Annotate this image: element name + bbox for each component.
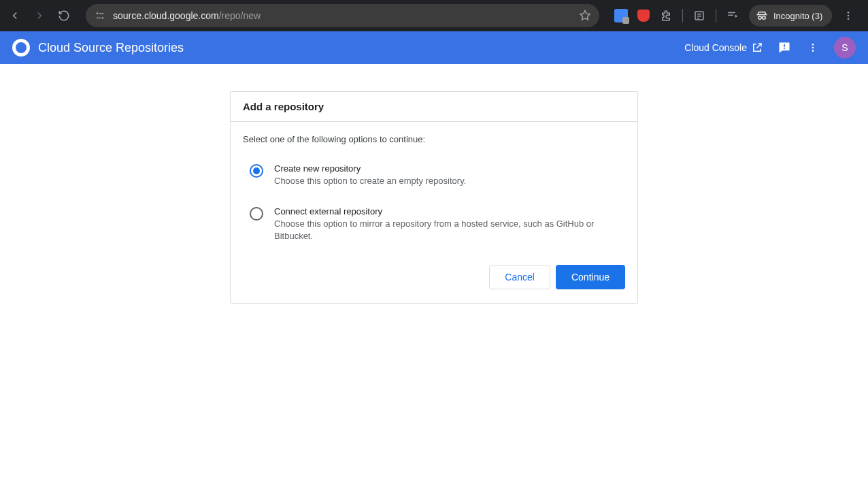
svg-rect-1 xyxy=(99,13,104,14)
option-connect-external[interactable]: Connect external repository Choose this … xyxy=(243,206,625,242)
open-in-new-icon xyxy=(751,42,763,54)
app-logo-icon[interactable] xyxy=(12,39,30,57)
option-title: Create new repository xyxy=(274,163,466,174)
browser-chrome: source.cloud.google.com/repo/new Incogni… xyxy=(0,0,868,31)
option-text: Create new repository Choose this option… xyxy=(274,163,480,187)
avatar-initial: S xyxy=(841,42,848,53)
svg-rect-17 xyxy=(784,44,785,47)
option-desc: Choose this option to create an empty re… xyxy=(274,175,466,187)
more-menu-icon[interactable] xyxy=(805,40,820,55)
svg-point-15 xyxy=(848,15,850,17)
radio-unselected-icon[interactable] xyxy=(250,207,263,221)
main-content: Add a repository Select one of the follo… xyxy=(0,64,868,304)
svg-point-2 xyxy=(102,17,104,19)
radio-selected-icon[interactable] xyxy=(250,164,263,178)
forward-button[interactable] xyxy=(30,6,49,25)
svg-rect-18 xyxy=(784,48,785,49)
cloud-console-link[interactable]: Cloud Console xyxy=(684,42,763,54)
extensions-icon[interactable] xyxy=(659,9,673,22)
translate-extension-icon[interactable] xyxy=(614,9,628,22)
divider xyxy=(682,9,683,22)
reload-button[interactable] xyxy=(54,6,73,25)
cloud-console-label: Cloud Console xyxy=(684,42,747,53)
incognito-icon xyxy=(756,10,768,22)
app-header: Cloud Source Repositories Cloud Console … xyxy=(0,31,868,64)
media-control-icon[interactable] xyxy=(726,9,739,22)
reader-icon[interactable] xyxy=(692,9,706,22)
option-desc: Choose this option to mirror a repositor… xyxy=(274,218,612,242)
option-create-new[interactable]: Create new repository Choose this option… xyxy=(243,163,625,187)
incognito-indicator[interactable]: Incognito (3) xyxy=(749,5,832,27)
instruction-text: Select one of the following options to c… xyxy=(243,134,625,144)
continue-label: Continue xyxy=(571,272,610,283)
continue-button[interactable]: Continue xyxy=(556,265,625,289)
url-host: source.cloud.google.com xyxy=(113,10,219,21)
back-button[interactable] xyxy=(5,6,24,25)
adblock-extension-icon[interactable] xyxy=(637,10,650,22)
url-text: source.cloud.google.com/repo/new xyxy=(113,10,572,21)
svg-point-16 xyxy=(848,18,850,20)
site-settings-icon[interactable] xyxy=(94,10,106,22)
chrome-toolbar-right: Incognito (3) xyxy=(614,5,855,27)
option-text: Connect external repository Choose this … xyxy=(274,206,625,242)
user-avatar[interactable]: S xyxy=(834,37,856,59)
card-body: Select one of the following options to c… xyxy=(231,122,637,303)
svg-point-0 xyxy=(97,12,99,14)
svg-point-14 xyxy=(848,12,850,14)
feedback-icon[interactable] xyxy=(777,40,792,55)
svg-point-19 xyxy=(812,44,814,46)
url-path: /repo/new xyxy=(219,10,261,21)
card-actions: Cancel Continue xyxy=(243,262,625,289)
cancel-button[interactable]: Cancel xyxy=(489,265,550,289)
option-title: Connect external repository xyxy=(274,206,612,216)
svg-point-21 xyxy=(812,50,814,52)
bookmark-star-icon[interactable] xyxy=(579,10,591,22)
divider xyxy=(716,9,716,22)
add-repository-card: Add a repository Select one of the follo… xyxy=(230,91,638,304)
svg-point-11 xyxy=(758,16,762,20)
card-title: Add a repository xyxy=(231,92,637,122)
svg-rect-8 xyxy=(728,12,735,14)
incognito-label: Incognito (3) xyxy=(773,11,822,21)
svg-point-12 xyxy=(763,16,766,20)
cancel-label: Cancel xyxy=(505,272,535,283)
app-title: Cloud Source Repositories xyxy=(38,41,684,55)
svg-point-20 xyxy=(812,47,814,49)
header-actions: Cloud Console S xyxy=(684,37,856,59)
address-bar[interactable]: source.cloud.google.com/repo/new xyxy=(86,4,599,27)
svg-rect-9 xyxy=(728,15,733,16)
chrome-menu-icon[interactable] xyxy=(841,9,855,22)
svg-rect-3 xyxy=(97,18,101,18)
